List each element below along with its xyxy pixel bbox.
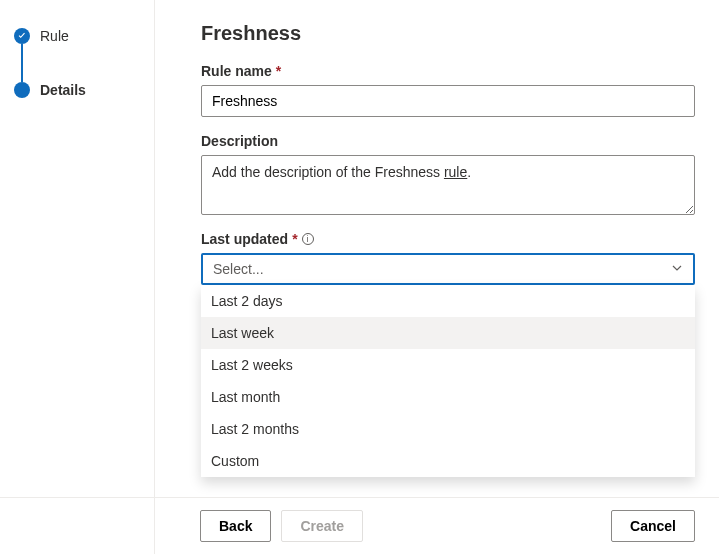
last-updated-label: Last updated * i <box>201 231 695 247</box>
current-step-icon <box>14 82 30 98</box>
select-placeholder: Select... <box>213 261 264 277</box>
required-indicator: * <box>292 231 297 247</box>
footer: Back Create Cancel <box>0 497 719 554</box>
step-details[interactable]: Details <box>14 82 154 98</box>
last-updated-select[interactable]: Select... <box>201 253 695 285</box>
description-input[interactable]: Add the description of the Freshness rul… <box>201 155 695 215</box>
main-content: Freshness Rule name * Description Add th… <box>155 0 719 554</box>
chevron-down-icon <box>671 261 683 277</box>
field-description: Description Add the description of the F… <box>201 133 695 215</box>
step-label: Rule <box>40 28 69 44</box>
field-rule-name: Rule name * <box>201 63 695 117</box>
rule-name-input[interactable] <box>201 85 695 117</box>
step-connector <box>21 44 23 82</box>
sidebar: Rule Details <box>0 0 155 554</box>
dropdown-option[interactable]: Last 2 months <box>201 413 695 445</box>
dropdown-option[interactable]: Last month <box>201 381 695 413</box>
cancel-button[interactable]: Cancel <box>611 510 695 542</box>
step-rule[interactable]: Rule <box>14 28 154 44</box>
dropdown-option[interactable]: Last week <box>201 317 695 349</box>
last-updated-dropdown: Last 2 days Last week Last 2 weeks Last … <box>201 285 695 477</box>
required-indicator: * <box>276 63 281 79</box>
dropdown-option[interactable]: Last 2 days <box>201 285 695 317</box>
description-label: Description <box>201 133 695 149</box>
back-button[interactable]: Back <box>200 510 271 542</box>
page-title: Freshness <box>201 22 695 45</box>
dropdown-option[interactable]: Custom <box>201 445 695 477</box>
checkmark-icon <box>14 28 30 44</box>
create-button: Create <box>281 510 363 542</box>
info-icon[interactable]: i <box>302 233 314 245</box>
step-label: Details <box>40 82 86 98</box>
rule-name-label: Rule name * <box>201 63 695 79</box>
dropdown-option[interactable]: Last 2 weeks <box>201 349 695 381</box>
field-last-updated: Last updated * i Select... Last 2 days L… <box>201 231 695 285</box>
